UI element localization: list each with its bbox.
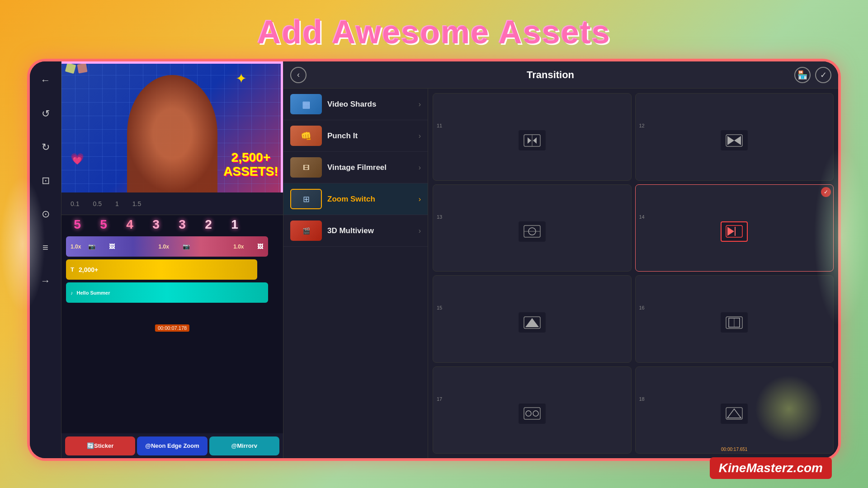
video-border-right xyxy=(281,61,283,192)
sidebar-undo-icon[interactable]: ↺ xyxy=(36,104,56,124)
grid-timestamp-18: 00:00:17.651 xyxy=(721,447,747,452)
sticker-button[interactable]: 🔄 Sticker xyxy=(65,436,135,455)
ruler-mark-2: 0.5 xyxy=(93,200,101,207)
transition-list: ▦ Video Shards › 👊 Punch It › xyxy=(283,89,428,458)
grid-icon-14 xyxy=(721,221,748,242)
thumb-zoom-switch: ⊞ xyxy=(290,189,322,209)
thumb-3d-icon: 🎬 xyxy=(302,227,310,235)
track-video-icon3: 📷 xyxy=(183,243,190,250)
grid-item-17[interactable]: 17 xyxy=(433,366,632,454)
neon-icon: @ xyxy=(145,442,151,449)
confirm-button[interactable]: ✓ xyxy=(815,67,831,83)
list-item-vintage[interactable]: 🎞 Vintage Filmreel › xyxy=(283,152,428,183)
sidebar-crop-icon[interactable]: ⊡ xyxy=(36,171,56,191)
arrow-vintage: › xyxy=(419,164,421,172)
timeline-tracks: 1.0x 📷 🖼 1.0x 📷 1.0x 🖼 T 2,000+ xyxy=(61,234,283,305)
video-person xyxy=(127,75,217,192)
thumb-punch-it: 👊 xyxy=(290,126,322,146)
ruler-mark-1: 0.1 xyxy=(71,200,79,207)
timeline-num-3: 4 xyxy=(118,217,141,232)
track-multiplier-1: 1.0x xyxy=(71,244,81,250)
time-indicator: 00:00:07.178 xyxy=(155,324,189,332)
item-label-vintage: Vintage Filmreel xyxy=(327,163,413,172)
assets-badge: 2,500+ ASSETS! xyxy=(224,151,278,179)
grid-icon-12 xyxy=(721,130,748,150)
video-preview: ✦ 💗 2,500+ ASSETS! xyxy=(61,61,283,192)
list-item-3d-multiview[interactable]: 🎬 3D Multiview › xyxy=(283,215,428,247)
content-row: ✦ 💗 2,500+ ASSETS! 0.1 0.5 xyxy=(61,61,838,458)
svg-marker-5 xyxy=(727,136,734,145)
store-button[interactable]: 🏪 xyxy=(794,67,811,83)
track-audio[interactable]: ♪ Hello Summer xyxy=(66,282,268,303)
thumb-pi-icon: 👊 xyxy=(301,131,312,141)
sidebar-settings-icon[interactable]: ⊙ xyxy=(36,204,56,224)
sidebar-back-icon[interactable]: ← xyxy=(36,70,56,90)
grid-num-17: 17 xyxy=(437,396,442,402)
track-audio-label: Hello Summer xyxy=(77,290,110,296)
sidebar-forward-icon[interactable]: → xyxy=(36,271,56,291)
item-label-video-shards: Video Shards xyxy=(327,100,413,109)
grid-item-14[interactable]: 14 ✓ xyxy=(635,184,834,272)
ruler-mark-4: 1.5 xyxy=(132,200,141,207)
grid-icon-17 xyxy=(519,404,546,424)
panel-header: ‹ Transition 🏪 ✓ xyxy=(283,61,838,89)
arrow-video-shards: › xyxy=(419,100,421,108)
arrow-3d-multiview: › xyxy=(419,227,421,235)
list-item-punch-it[interactable]: 👊 Punch It › xyxy=(283,120,428,152)
page-title: Add Awesome Assets xyxy=(0,14,868,51)
track-text-icon: T xyxy=(71,266,74,273)
thumb-vf-icon: 🎞 xyxy=(303,164,309,171)
list-item-video-shards[interactable]: ▦ Video Shards › xyxy=(283,89,428,120)
svg-marker-22 xyxy=(727,409,741,418)
grid-item-13[interactable]: 13 xyxy=(433,184,632,272)
sidebar-adjust-icon[interactable]: ≡ xyxy=(36,238,56,258)
grid-item-18[interactable]: 18 00:00:17.651 xyxy=(635,366,834,454)
item-label-3d-multiview: 3D Multiview xyxy=(327,226,413,235)
svg-marker-2 xyxy=(528,137,531,144)
track-text[interactable]: T 2,000+ xyxy=(66,259,257,280)
mirror-button[interactable]: @ Mirrorv xyxy=(209,436,279,455)
sticker-icon: 🔄 xyxy=(87,442,94,449)
panel-title: Transition xyxy=(311,69,790,81)
thumb-vintage: 🎞 xyxy=(290,157,322,178)
svg-marker-11 xyxy=(727,227,734,236)
grid-item-11[interactable]: 11 xyxy=(433,93,632,181)
left-section: ✦ 💗 2,500+ ASSETS! 0.1 0.5 xyxy=(61,61,283,458)
track-multiplier-2: 1.0x xyxy=(159,244,169,250)
left-sidebar: ← ↺ ↻ ⊡ ⊙ ≡ → xyxy=(30,61,61,458)
back-button[interactable]: ‹ xyxy=(290,67,307,83)
assets-badge-line2: ASSETS! xyxy=(224,165,278,179)
grid-num-13: 13 xyxy=(437,214,442,220)
grid-icon-16 xyxy=(721,312,748,333)
grid-num-14: 14 xyxy=(639,214,645,220)
grid-item-12[interactable]: 12 xyxy=(635,93,834,181)
timeline-area[interactable]: 5 5 4 3 3 2 1 1.0x 📷 🖼 xyxy=(61,215,283,433)
sidebar-redo-icon[interactable]: ↻ xyxy=(36,137,56,157)
track-video[interactable]: 1.0x 📷 🖼 1.0x 📷 1.0x 🖼 xyxy=(66,236,268,257)
grid-item-15[interactable]: 15 xyxy=(433,275,632,363)
transition-panel: ‹ Transition 🏪 ✓ ▦ Video Shards xyxy=(283,61,838,458)
grid-check-14: ✓ xyxy=(821,187,831,197)
grid-item-16[interactable]: 16 xyxy=(635,275,834,363)
item-label-punch-it: Punch It xyxy=(327,131,413,141)
bottom-tools: 🔄 Sticker @ Neon Edge Zoom @ Mirrorv xyxy=(61,433,283,458)
star-decoration: ✦ xyxy=(236,70,247,86)
arrow-punch-it: › xyxy=(419,132,421,140)
svg-marker-3 xyxy=(533,137,537,144)
thumb-zs-icon: ⊞ xyxy=(303,194,310,204)
watermark: KineMasterz.com xyxy=(710,457,832,479)
list-item-zoom-switch[interactable]: ⊞ Zoom Switch › xyxy=(283,183,428,215)
timeline-num-2: 5 xyxy=(92,217,115,232)
thumb-video-shards: ▦ xyxy=(290,94,322,114)
video-stickers xyxy=(66,64,87,73)
timeline-numbers: 5 5 4 3 3 2 1 xyxy=(61,215,283,234)
main-content: ✦ 💗 2,500+ ASSETS! 0.1 0.5 xyxy=(61,61,838,458)
track-video-icon4: 🖼 xyxy=(257,243,263,250)
neon-zoom-button[interactable]: @ Neon Edge Zoom xyxy=(137,436,207,455)
item-label-zoom-switch: Zoom Switch xyxy=(327,195,413,204)
ruler-mark-3: 1 xyxy=(115,200,119,207)
timeline-num-1: 5 xyxy=(66,217,89,232)
timeline-ruler: 0.1 0.5 1 1.5 xyxy=(61,192,283,215)
mirror-icon: @ xyxy=(231,442,237,449)
sticker-1 xyxy=(65,63,76,74)
